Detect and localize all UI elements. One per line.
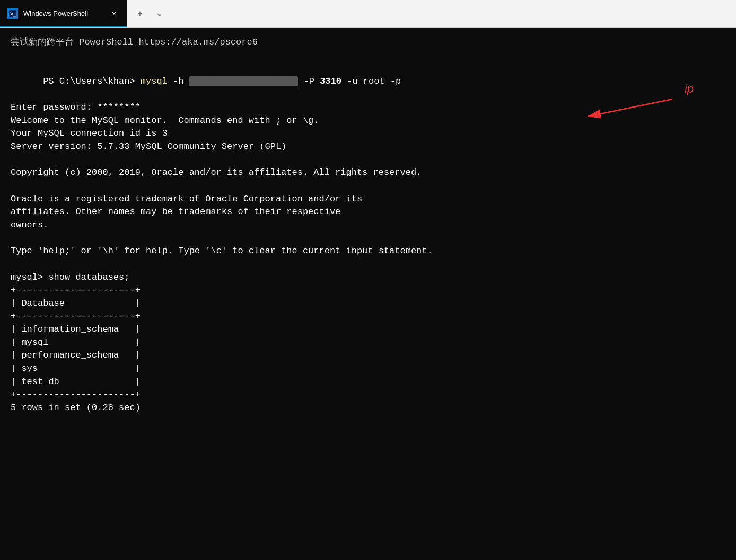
- db-row-2: | mysql |: [11, 336, 725, 350]
- table-header-border: +----------------------+: [11, 310, 725, 323]
- ip-annotation: ip: [685, 81, 694, 97]
- intro-line: 尝试新的跨平台 PowerShell https://aka.ms/pscore…: [11, 36, 725, 49]
- powershell-icon: >_: [7, 8, 18, 19]
- oracle-line2: affiliates. Other names may be trademark…: [11, 206, 725, 219]
- ip-blurred: ██ █████ ███ █████: [189, 76, 299, 86]
- db-row-4: | sys |: [11, 362, 725, 376]
- show-databases-line: mysql> show databases;: [11, 271, 725, 285]
- cmd-args: -h ██ █████ ███ █████ -P 3310 -u root -p: [168, 76, 401, 86]
- oracle-line3: owners.: [11, 219, 725, 232]
- help-line: Type 'help;' or '\h' for help. Type '\c'…: [11, 245, 725, 258]
- powershell-window: >_ Windows PowerShell × + ⌄ 尝试新的跨平台 Powe…: [0, 0, 736, 560]
- svg-line-3: [588, 99, 672, 117]
- terminal-body[interactable]: 尝试新的跨平台 PowerShell https://aka.ms/pscore…: [0, 28, 736, 560]
- copyright-line: Copyright (c) 2000, 2019, Oracle and/or …: [11, 166, 725, 180]
- connection-id-line: Your MySQL connection id is 3: [11, 127, 725, 140]
- titlebar: >_ Windows PowerShell × + ⌄: [0, 0, 736, 28]
- table-top-border: +----------------------+: [11, 284, 725, 297]
- ip-label: ip: [685, 81, 694, 97]
- empty-line-3: [11, 180, 725, 193]
- titlebar-actions: + ⌄: [127, 0, 172, 27]
- table-header: | Database |: [11, 297, 725, 310]
- tab-title: Windows PowerShell: [23, 10, 103, 17]
- prompt-text: PS C:\Users\khan>: [43, 76, 135, 86]
- empty-line-4: [11, 232, 725, 245]
- empty-line-1: [11, 49, 725, 63]
- oracle-line1: Oracle is a registered trademark of Orac…: [11, 193, 725, 206]
- rows-in-set: 5 rows in set (0.28 sec): [11, 402, 725, 415]
- table-bottom-border: +----------------------+: [11, 388, 725, 402]
- db-row-3: | performance_schema |: [11, 349, 725, 362]
- db-row-1: | information_schema |: [11, 323, 725, 336]
- new-tab-button[interactable]: +: [133, 6, 147, 21]
- empty-line-2: [11, 154, 725, 167]
- ip-arrow: [577, 91, 683, 123]
- active-tab[interactable]: >_ Windows PowerShell ×: [0, 0, 127, 27]
- svg-text:>_: >_: [10, 11, 16, 17]
- empty-line-5: [11, 258, 725, 271]
- tab-dropdown-button[interactable]: ⌄: [152, 6, 167, 21]
- db-row-5: | test_db |: [11, 376, 725, 389]
- server-version-line: Server version: 5.7.33 MySQL Community S…: [11, 140, 725, 154]
- mysql-keyword: mysql: [135, 76, 168, 86]
- tab-close-button[interactable]: ×: [108, 8, 120, 20]
